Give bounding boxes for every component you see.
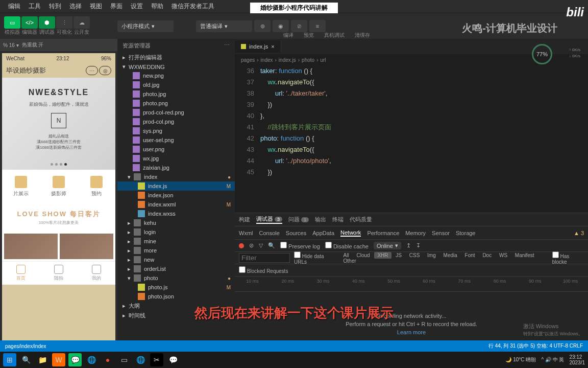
menu-help[interactable]: 帮助 — [147, 2, 167, 11]
has-blocked[interactable]: Has blocke — [552, 251, 584, 265]
cloud-button[interactable]: ☁ — [74, 16, 90, 29]
cell-show[interactable]: 片展示 — [2, 176, 40, 197]
dt-terminal[interactable]: 终端 — [332, 216, 344, 223]
compile-dropdown[interactable]: 普通编译 ▾ — [196, 20, 252, 32]
search-icon[interactable]: 🔍 — [268, 242, 275, 249]
dt-debugger[interactable]: 调试器 3 — [256, 215, 282, 224]
compile-button[interactable]: ⊚ — [254, 20, 271, 32]
close-icon[interactable]: × — [271, 43, 274, 50]
filter-icon[interactable]: ▽ — [259, 242, 263, 249]
editor-tab[interactable]: index.js × — [235, 40, 281, 53]
app-icon[interactable]: W — [52, 353, 65, 366]
clear-icon[interactable]: ⊘ — [249, 242, 254, 249]
filter-Other[interactable]: Other — [340, 258, 359, 264]
dt-sensor[interactable]: Sensor — [432, 230, 450, 236]
banner[interactable]: NWE&STYLE 新娘饰品，婚纱配件，满就送 N 婚礼品相送 满688送婚纱配… — [2, 78, 115, 170]
preview-button[interactable]: ◉ — [273, 20, 289, 32]
dt-memory[interactable]: Memory — [405, 230, 426, 236]
action-compile[interactable]: 编译 — [283, 32, 293, 39]
tab-mine[interactable]: 我的 — [78, 265, 115, 282]
disable-cache[interactable]: Disable cache — [325, 242, 369, 249]
capcut-icon[interactable]: ✂ — [150, 353, 163, 366]
throttle-dropdown[interactable]: Online ▾ — [374, 242, 401, 249]
file-item[interactable]: wx.jpg — [117, 154, 235, 163]
folder-item[interactable]: ▸ new — [117, 255, 235, 264]
file-item[interactable]: index.wxss — [117, 209, 235, 218]
hot-reload[interactable]: 热重载 开 — [22, 41, 44, 49]
folder-item[interactable]: ▸ kehu — [117, 218, 235, 227]
clock[interactable]: 23:122023/1 — [569, 354, 585, 365]
folder-index[interactable]: ▾ index● — [117, 172, 235, 181]
filter-JS[interactable]: JS — [393, 252, 405, 259]
filter-Font[interactable]: Font — [462, 252, 478, 259]
hide-urls[interactable]: Hide data URLs — [294, 251, 336, 265]
file-item[interactable]: prod-col.png — [117, 117, 235, 126]
filter-Manifest[interactable]: Manifest — [512, 252, 537, 259]
simulator-button[interactable]: ▭ — [4, 16, 20, 29]
file-item[interactable]: photo.png — [117, 99, 235, 108]
file-item[interactable]: user.png — [117, 145, 235, 154]
filter-input[interactable] — [239, 253, 290, 263]
file-item[interactable]: index.wxmlM — [117, 200, 235, 209]
action-device[interactable]: 真机调试 — [324, 32, 345, 39]
menu-edit[interactable]: 编辑 — [4, 2, 24, 11]
device-debug-button[interactable]: ⎚ — [291, 20, 307, 32]
menu-view[interactable]: 视图 — [86, 2, 106, 11]
filter-Img[interactable]: Img — [424, 252, 439, 259]
dt-storage[interactable]: Storage — [456, 230, 476, 236]
thumb[interactable] — [4, 234, 58, 259]
filter-Doc[interactable]: Doc — [479, 252, 495, 259]
app-icon[interactable]: ▭ — [117, 353, 131, 366]
dt-network[interactable]: Network — [340, 229, 361, 237]
folder-item[interactable]: ▸ login — [117, 227, 235, 237]
cell-photographer[interactable]: 摄影师 — [40, 176, 78, 197]
open-editors[interactable]: ▸ 打开的编辑器 — [117, 53, 235, 62]
chrome-icon[interactable]: 🌐 — [134, 353, 147, 366]
file-item[interactable]: zaixian.jpg — [117, 163, 235, 172]
preserve-log[interactable]: Preserve log — [280, 242, 320, 249]
menu-ui[interactable]: 界面 — [106, 2, 127, 11]
filter-CSS[interactable]: CSS — [406, 252, 423, 259]
more-icon[interactable]: ⋯ — [224, 42, 230, 50]
thumb[interactable] — [60, 234, 113, 259]
status-cursor[interactable]: 行 44, 列 31 (选中 5) 空格: 4 UTF-8 CRLF — [488, 343, 583, 349]
filter-XHR[interactable]: XHR — [374, 252, 391, 259]
action-preview[interactable]: 预览 — [304, 32, 314, 39]
visual-button[interactable]: ⋮ — [56, 16, 72, 29]
file-item[interactable]: user-sel.png — [117, 135, 235, 145]
dt-sources[interactable]: Sources — [286, 230, 306, 236]
file-item[interactable]: photo.jpg — [117, 89, 235, 99]
weather[interactable]: 🌙 10°C 晴朗 — [505, 356, 536, 363]
file-item[interactable]: old.jpg — [117, 80, 235, 89]
menu-goto[interactable]: 转到 — [45, 2, 65, 11]
menu-settings[interactable]: 设置 — [127, 2, 147, 11]
folder-item[interactable]: ▸ mine — [117, 237, 235, 246]
search-icon[interactable]: 🔍 — [19, 353, 33, 366]
file-item[interactable]: new.png — [117, 71, 235, 80]
cell-booking[interactable]: 预约 — [78, 176, 115, 197]
tab-home[interactable]: 首页 — [2, 265, 40, 282]
file-item[interactable]: index.jsM — [117, 181, 235, 191]
dt-wxml[interactable]: Wxml — [239, 230, 253, 236]
status-path[interactable]: pages/index/index — [5, 343, 46, 349]
download-icon[interactable]: ↧ — [416, 242, 421, 249]
project-root[interactable]: ▾ WXWEDDING — [117, 62, 235, 71]
start-button[interactable]: ⊞ — [3, 353, 16, 366]
menu-select[interactable]: 选择 — [65, 2, 86, 11]
debugger-button[interactable]: ⬢ — [39, 16, 55, 29]
file-item[interactable]: sys.png — [117, 126, 235, 135]
folder-item[interactable]: ▸ more — [117, 246, 235, 255]
dt-output[interactable]: 输出 — [315, 216, 326, 223]
capsule-more-icon[interactable]: ⋯ — [86, 66, 98, 75]
dt-perf[interactable]: Performance — [367, 230, 399, 236]
file-item[interactable]: photo.jsM — [117, 283, 235, 292]
learn-more-link[interactable]: Learn more — [397, 329, 426, 335]
filter-WS[interactable]: WS — [496, 252, 510, 259]
menu-tools[interactable]: 工具 — [24, 2, 45, 11]
dt-appdata[interactable]: AppData — [312, 230, 334, 236]
capsule-close-icon[interactable]: ◎ — [99, 66, 111, 75]
folder-item[interactable]: ▸ orderList — [117, 264, 235, 273]
upload-icon[interactable]: ↥ — [406, 242, 411, 249]
tab-snap[interactable]: 随拍 — [40, 265, 78, 282]
file-item[interactable]: index.json — [117, 191, 235, 200]
